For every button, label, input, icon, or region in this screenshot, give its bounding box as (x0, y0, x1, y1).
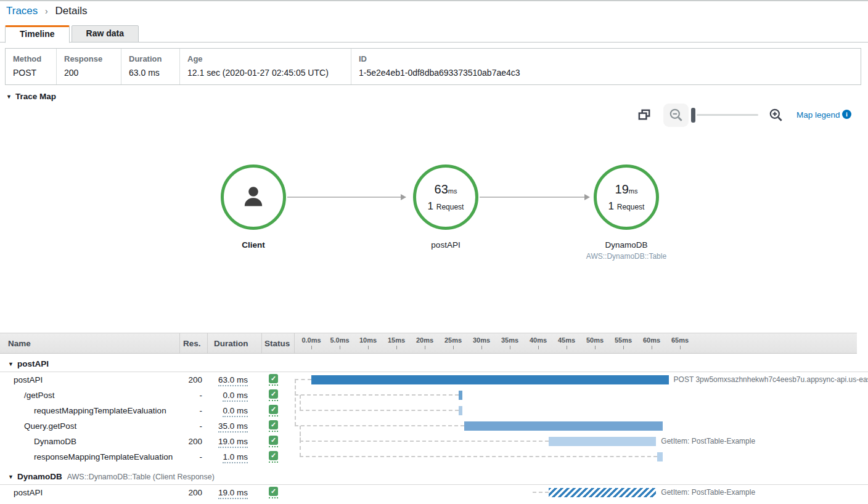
collapse-triangle-icon: ▼ (8, 361, 14, 367)
zoom-slider-handle[interactable] (691, 108, 695, 123)
node-label-postapi: postAPI (390, 240, 501, 250)
timeline-group-header-dynamodb[interactable]: ▼DynamoDBAWS::DynamoDB::Table (Client Re… (0, 467, 868, 485)
axis-tick-mark (595, 346, 596, 349)
tab-bar: TimelineRaw data (5, 25, 139, 43)
segment-bar[interactable] (459, 406, 462, 415)
segment-name[interactable]: responseMappingTemplateEvaluation (34, 449, 173, 465)
timeline-rows: ▼postAPIpostAPI20063.0 ms✓POST 3pw5omxsa… (0, 354, 868, 500)
summary-value: 200 (64, 68, 113, 78)
zoom-slider-track[interactable] (697, 114, 758, 116)
segment-name[interactable]: /getPost (24, 388, 55, 403)
node-latency: 63ms (435, 182, 457, 197)
tab-timeline[interactable]: Timeline (5, 25, 70, 43)
zoom-out-icon[interactable] (663, 104, 689, 127)
map-node-client[interactable] (221, 165, 286, 230)
segment-bar[interactable] (311, 375, 669, 384)
segment-bar[interactable] (464, 421, 663, 431)
column-status: Status (264, 339, 290, 348)
group-title: DynamoDB (17, 472, 62, 481)
segment-bar[interactable] (459, 391, 462, 400)
summary-field-response: Response200 (56, 49, 121, 84)
summary-field-age: Age12.1 sec (2020-01-27 02:45:05 UTC) (179, 49, 351, 84)
segment-duration: 19.0 ms (203, 485, 248, 500)
summary-label: ID (359, 54, 853, 63)
segment-bar[interactable] (657, 452, 663, 461)
segment-duration: 1.0 ms (203, 449, 248, 465)
breadcrumb-separator-icon: › (45, 6, 48, 16)
segment-row: postAPI20063.0 ms✓POST 3pw5omxsazhnhekwh… (0, 372, 868, 388)
node-request-count: 1 Request (428, 200, 464, 213)
axis-tick-mark (623, 346, 624, 349)
segment-duration-value[interactable]: 0.0 ms (223, 391, 248, 402)
segment-duration-value[interactable]: 35.0 ms (218, 421, 248, 433)
map-node-postapi[interactable]: 63ms1 Request (413, 165, 478, 230)
axis-tick-label: 55ms (615, 336, 632, 344)
axis-tick-label: 65ms (671, 336, 689, 344)
axis-tick-label: 60ms (643, 336, 660, 344)
summary-value: 12.1 sec (2020-01-27 02:45:05 UTC) (187, 68, 343, 78)
axis-tick-mark (567, 346, 567, 349)
summary-value: POST (13, 68, 49, 78)
person-icon (239, 182, 268, 212)
node-request-unit: Request (436, 203, 464, 211)
map-node-dynamodb[interactable]: 19ms1 Request (594, 165, 659, 230)
breadcrumb-traces-link[interactable]: Traces (6, 5, 38, 17)
timeline-group-header-postapi[interactable]: ▼postAPI (0, 354, 868, 372)
segment-name[interactable]: postAPI (14, 372, 43, 388)
info-icon[interactable]: i (842, 110, 851, 119)
segment-name[interactable]: DynamoDB (34, 434, 76, 449)
axis-tick-mark (652, 346, 652, 349)
node-request-count: 1 Request (608, 200, 645, 213)
segment-duration-value[interactable]: 1.0 ms (223, 452, 248, 463)
segment-duration-value[interactable]: 0.0 ms (223, 406, 248, 417)
segment-row: /getPost-0.0 ms✓ (0, 388, 868, 403)
axis-tick-label: 25ms (444, 336, 462, 344)
trace-map-title: Trace Map (15, 92, 56, 101)
node-latency-unit: ms (448, 187, 457, 195)
segment-duration-value[interactable]: 19.0 ms (218, 437, 248, 448)
trace-map-toggle[interactable]: ▼Trace Map (6, 92, 56, 101)
status-ok-icon[interactable]: ✓ (269, 389, 278, 401)
axis-tick-mark (510, 346, 510, 349)
segment-name[interactable]: Query.getPost (24, 418, 76, 434)
summary-label: Duration (129, 54, 172, 63)
column-name: Name (8, 339, 31, 348)
status-ok-icon[interactable]: ✓ (269, 436, 278, 447)
timeline-header: Name Res. Duration Status 0.0ms5.0ms10ms… (0, 333, 857, 354)
axis-tick-label: 0.0ms (301, 336, 321, 344)
segment-bar[interactable] (549, 437, 657, 446)
column-separator (261, 333, 262, 353)
column-separator (179, 333, 180, 353)
segment-duration-value[interactable]: 63.0 ms (218, 375, 248, 386)
axis-tick-label: 5.0ms (330, 336, 349, 344)
edge-postapi-dynamodb (480, 197, 584, 198)
collapse-triangle-icon: ▼ (6, 94, 12, 100)
segment-duration: 35.0 ms (203, 418, 248, 434)
segment-duration-value[interactable]: 19.0 ms (218, 488, 248, 499)
segment-response: - (154, 388, 202, 403)
segment-name[interactable]: postAPI (14, 485, 43, 500)
node-label-dynamodb: DynamoDB (571, 240, 682, 250)
group-rows: postAPI20019.0 ms✓GetItem: PostTable-Exa… (0, 485, 868, 500)
summary-field-id: ID1-5e2e4eb1-0df8dba693373510ab7ae4c3 (351, 49, 861, 84)
status-ok-icon[interactable]: ✓ (269, 487, 278, 498)
axis-tick-mark (680, 346, 681, 349)
map-legend-link[interactable]: Map legend (796, 110, 840, 120)
axis-tick-label: 35ms (501, 336, 518, 344)
fit-to-window-icon[interactable] (637, 108, 652, 124)
check-icon: ✓ (269, 405, 278, 414)
axis-tick-label: 20ms (416, 336, 433, 344)
status-ok-icon[interactable]: ✓ (269, 374, 278, 386)
column-separator (294, 333, 295, 353)
node-request-unit: Request (617, 203, 645, 211)
segment-duration: 0.0 ms (203, 403, 248, 418)
zoom-in-icon[interactable] (768, 107, 784, 126)
segment-bar[interactable] (549, 488, 657, 497)
segment-name[interactable]: requestMappingTemplateEvaluation (34, 403, 166, 418)
summary-label: Response (64, 54, 113, 63)
axis-tick-mark (311, 346, 312, 349)
tab-raw-data[interactable]: Raw data (72, 25, 139, 43)
status-ok-icon[interactable]: ✓ (269, 420, 278, 432)
status-ok-icon[interactable]: ✓ (269, 451, 278, 463)
status-ok-icon[interactable]: ✓ (269, 405, 278, 417)
